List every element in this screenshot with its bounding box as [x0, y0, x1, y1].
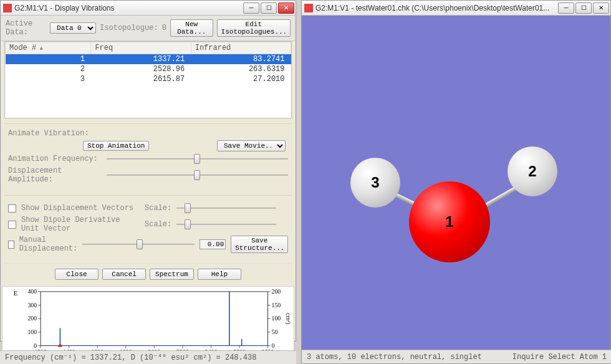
col-mode[interactable]: Mode # — [6, 42, 91, 54]
cell-mode: 3 — [6, 74, 91, 84]
anim-freq-slider[interactable] — [107, 154, 288, 164]
cell-freq: 2615.87 — [91, 74, 191, 84]
status-bar-right: 3 atoms, 10 electrons, neutral, singlet … — [302, 350, 611, 363]
table-row[interactable]: 32615.8727.2010 — [6, 74, 291, 84]
atom-hydrogen-2[interactable]: 2 — [508, 146, 557, 196]
app-icon — [3, 4, 12, 12]
manual-disp-checkbox[interactable] — [8, 241, 14, 249]
window-title: G2:M1:V1 - Display Vibrations — [14, 4, 241, 12]
atom-oxygen-1[interactable]: 1 — [409, 181, 490, 262]
display-vibrations-window: G2:M1:V1 - Display Vibrations ─ ☐ ✕ Acti… — [0, 0, 296, 342]
manual-disp-slider[interactable] — [82, 239, 195, 249]
cancel-button[interactable]: Cancel — [102, 269, 146, 280]
show-dipole-label: Show Dipole Derivative Unit Vector — [21, 216, 140, 233]
vibration-table[interactable]: Mode # Freq Infrared 11337.2183.27412252… — [4, 41, 292, 118]
titlebar[interactable]: G2:M1:V1 - testWater01.chk (C:\Users\pho… — [302, 1, 610, 16]
svg-text:150: 150 — [272, 302, 281, 309]
atom-hydrogen-3[interactable]: 3 — [350, 158, 400, 208]
bottom-button-row: Close Cancel Spectrum Help — [4, 263, 292, 282]
maximize-button[interactable]: ☐ — [261, 2, 277, 14]
maximize-button[interactable]: ☐ — [575, 2, 592, 14]
new-data-button[interactable]: New Data... — [170, 19, 213, 37]
scale-label-1: Scale: — [145, 204, 171, 213]
svg-text:0: 0 — [34, 342, 37, 349]
scale-slider-2[interactable] — [176, 219, 276, 229]
minimize-button[interactable]: ─ — [243, 2, 259, 14]
active-data-select[interactable]: Data 0 — [50, 22, 96, 34]
disp-amp-label: Displacement Amplitude: — [8, 166, 102, 184]
close-button[interactable]: ✕ — [593, 2, 609, 14]
isotopologue-value: 0 — [162, 24, 166, 32]
save-movie-select[interactable]: Save Movie... — [217, 140, 286, 151]
window-title: G2:M1:V1 - testWater01.chk (C:\Users\pho… — [315, 4, 556, 12]
molecule-view-window: G2:M1:V1 - testWater01.chk (C:\Users\pho… — [301, 0, 611, 364]
show-dipole-checkbox[interactable] — [8, 221, 16, 229]
svg-text:100: 100 — [272, 315, 281, 322]
app-icon — [304, 4, 313, 12]
isotopologue-label: Isotopologue: — [100, 24, 158, 32]
svg-text:0: 0 — [272, 342, 275, 349]
svg-text:300: 300 — [27, 302, 37, 309]
status-atoms-text: 3 atoms, 10 electrons, neutral, singlet — [307, 353, 482, 362]
cell-infrared: 83.2741 — [191, 54, 291, 65]
status-text: Frequency (cm⁻¹) = 1337.21, D (10⁻⁴⁰ esu… — [5, 353, 256, 362]
table-row[interactable]: 11337.2183.2741 — [6, 54, 291, 65]
save-structure-button[interactable]: Save Structure... — [231, 236, 288, 253]
cell-freq: 1337.21 — [91, 54, 191, 65]
minimize-button[interactable]: ─ — [558, 2, 574, 14]
cell-freq: 2528.96 — [91, 64, 191, 74]
cell-mode: 1 — [6, 54, 91, 65]
svg-text:200: 200 — [27, 315, 37, 322]
svg-text:400: 400 — [27, 288, 37, 295]
spectrum-button[interactable]: Spectrum — [150, 269, 194, 280]
group-title: Animate Vibration: — [8, 129, 288, 138]
close-dialog-button[interactable]: Close — [55, 269, 99, 280]
disp-amp-slider[interactable] — [107, 170, 288, 180]
scale-label-2: Scale: — [145, 220, 171, 229]
table-row[interactable]: 22528.96263.6319 — [6, 64, 291, 74]
col-infrared[interactable]: Infrared — [191, 42, 291, 54]
svg-text:E: E — [14, 289, 18, 297]
svg-text:50: 50 — [272, 328, 278, 335]
scale-slider-1[interactable] — [176, 203, 276, 213]
toolbar: Active Data: Data 0 Isotopologue: 0 New … — [1, 16, 296, 41]
cell-mode: 2 — [6, 64, 91, 74]
close-button[interactable]: ✕ — [278, 2, 294, 14]
anim-freq-label: Animation Frequency: — [8, 155, 102, 163]
edit-isotopologues-button[interactable]: Edit Isotopologues... — [217, 19, 291, 37]
help-button[interactable]: Help — [198, 269, 241, 280]
show-vectors-checkbox[interactable] — [8, 204, 16, 213]
status-bar-left: Frequency (cm⁻¹) = 1337.21, D (10⁻⁴⁰ esu… — [0, 350, 296, 364]
svg-text:100: 100 — [27, 328, 37, 335]
svg-text:cm²): cm²) — [284, 313, 292, 324]
titlebar[interactable]: G2:M1:V1 - Display Vibrations ─ ☐ ✕ — [1, 1, 296, 16]
show-vectors-label: Show Displacement Vectors — [21, 204, 140, 213]
cell-infrared: 263.6319 — [191, 64, 291, 74]
molecule-viewport[interactable]: 3 2 1 — [302, 16, 610, 350]
active-data-label: Active Data: — [6, 19, 46, 37]
svg-text:200: 200 — [272, 288, 281, 295]
manual-disp-label: Manual Displacement: — [19, 236, 78, 253]
svg-rect-0 — [41, 292, 267, 346]
manual-disp-value[interactable] — [200, 239, 226, 249]
cell-infrared: 27.2010 — [191, 74, 291, 84]
col-freq[interactable]: Freq — [91, 42, 191, 54]
status-mode-text: Inquire Select Atom 1 — [512, 353, 607, 362]
stop-animation-button[interactable]: Stop Animation — [83, 141, 149, 151]
options-group: Show Displacement Vectors Scale: Show Di… — [4, 195, 292, 259]
animate-vibration-group: Animate Vibration: Stop Animation Save M… — [4, 123, 292, 190]
svg-marker-41 — [57, 343, 62, 347]
